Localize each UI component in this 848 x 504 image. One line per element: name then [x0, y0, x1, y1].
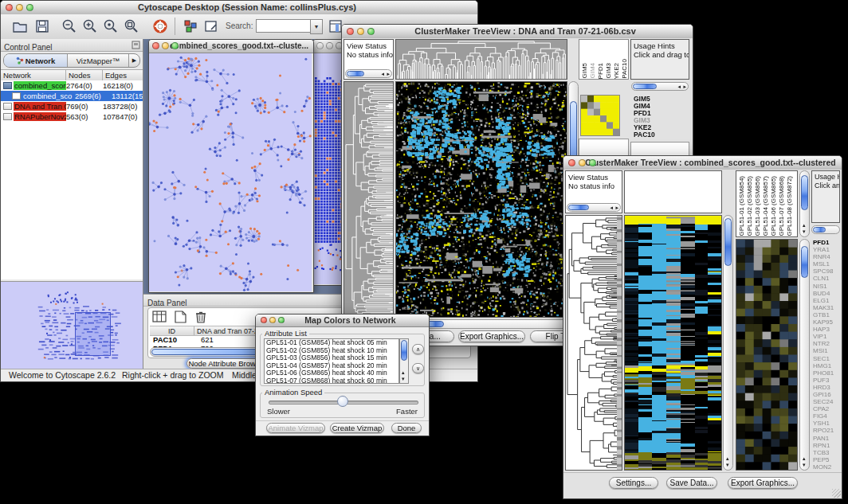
- scroll-thumb[interactable]: [568, 205, 589, 210]
- zoom-button[interactable]: [589, 159, 596, 166]
- gene-label[interactable]: PHO81: [811, 369, 840, 377]
- open-file-icon[interactable]: [12, 18, 28, 34]
- gene-label[interactable]: SEC1: [811, 355, 840, 362]
- gene-label[interactable]: YSH1: [811, 420, 840, 427]
- save-icon[interactable]: [34, 18, 50, 34]
- zoom-out-icon[interactable]: [61, 18, 77, 34]
- tab-vizmapper[interactable]: VizMapper™: [68, 54, 128, 67]
- zoom-fit-icon[interactable]: [124, 18, 139, 34]
- float-panel-icon[interactable]: [132, 41, 140, 49]
- column-label[interactable]: GPL51-03 (GSM856): [754, 176, 762, 236]
- speed-slider-thumb[interactable]: [337, 396, 348, 407]
- gene-label[interactable]: FIG4: [811, 412, 840, 420]
- gene-label[interactable]: VIP1: [811, 333, 840, 340]
- column-label[interactable]: PFD1: [597, 63, 604, 79]
- gene-label[interactable]: PEP5: [811, 456, 840, 463]
- attribute-listbox[interactable]: GPL51-01 (GSM854) heat shock 05 minGPL51…: [264, 338, 399, 384]
- gene-label[interactable]: MON2: [811, 463, 840, 471]
- view-status-scrollbar[interactable]: ◂▸: [567, 203, 621, 212]
- gene-label[interactable]: HMG1: [811, 362, 840, 369]
- column-label[interactable]: GPL51-01 (GSM854): [738, 176, 746, 236]
- treeview1-row-dendrogram[interactable]: [344, 81, 394, 318]
- gene-label[interactable]: GPI16: [811, 391, 840, 398]
- gene-label[interactable]: RPN1: [811, 442, 840, 449]
- gene-label[interactable]: PFD1: [811, 239, 840, 246]
- close-button[interactable]: [347, 28, 354, 35]
- new-document-icon[interactable]: [172, 310, 188, 324]
- treeview1-titlebar[interactable]: ClusterMaker TreeView : DNA and Tran 07-…: [342, 25, 693, 39]
- zoom-in-icon[interactable]: [82, 18, 98, 34]
- resize-grip[interactable]: [832, 489, 841, 498]
- row-label[interactable]: PAC10: [632, 131, 688, 139]
- scroll-thumb[interactable]: [801, 246, 808, 278]
- close-button[interactable]: [568, 159, 575, 166]
- network-list-row[interactable]: RNAPuberNov2+! 563(0) 107847(0): [1, 111, 143, 122]
- zoom-button[interactable]: [367, 28, 375, 35]
- col-edges[interactable]: Edges: [103, 70, 143, 80]
- search-input[interactable]: [256, 19, 315, 33]
- treeview2-row-dendrogram[interactable]: [565, 215, 622, 471]
- gene-label[interactable]: BUD4: [811, 290, 840, 297]
- column-label[interactable]: GPL51-07 (GSM868): [778, 176, 786, 236]
- treeview2-heatmap[interactable]: [624, 215, 722, 471]
- gene-label[interactable]: MAK31: [811, 304, 840, 311]
- gene-label[interactable]: YRA1: [811, 246, 840, 253]
- usage-hints-scrollbar[interactable]: [811, 225, 840, 234]
- gene-label[interactable]: RPO21: [811, 427, 840, 434]
- close-button[interactable]: [152, 42, 159, 49]
- gene-label[interactable]: NTR2: [811, 340, 840, 347]
- col-nodes[interactable]: Nodes: [66, 70, 103, 80]
- tab-network[interactable]: Network: [4, 54, 68, 67]
- gene-label[interactable]: KAP95: [811, 318, 840, 326]
- animate-vizmap-button[interactable]: Animate Vizmap: [266, 423, 325, 433]
- gene-label[interactable]: HAP3: [811, 326, 840, 333]
- export-graphics-button[interactable]: Export Graphics...: [458, 330, 525, 342]
- attribute-list-item[interactable]: GPL51-07 (GSM868) heat shock 60 min: [265, 377, 398, 385]
- gene-label[interactable]: NIS1: [811, 283, 840, 290]
- network-list-row[interactable]: DNA and Tran 07 769(0) 183728(0): [1, 101, 143, 111]
- close-button[interactable]: [316, 42, 324, 49]
- gene-label[interactable]: SEC24: [811, 398, 840, 405]
- minimize-button[interactable]: [579, 159, 586, 166]
- minimize-button[interactable]: [16, 4, 23, 11]
- main-titlebar[interactable]: Cytoscape Desktop (Session Name: collins…: [1, 1, 477, 15]
- view-status-scrollbar[interactable]: ◂▸: [345, 69, 392, 78]
- scroll-thumb[interactable]: [724, 218, 732, 266]
- table-icon[interactable]: [151, 310, 167, 324]
- treeview2-titlebar[interactable]: ClusterMaker TreeView : combined_scores_…: [563, 156, 842, 170]
- treeview1-zoom-heatmap[interactable]: [580, 95, 620, 136]
- treeview2-zoom-heatmap[interactable]: [736, 239, 798, 471]
- network-canvas[interactable]: [149, 53, 312, 291]
- attribute-list-scrollbar[interactable]: ▴▾: [399, 338, 409, 384]
- search-dropdown-arrow[interactable]: ▼: [310, 19, 323, 34]
- column-label[interactable]: GPL51-02 (GSM855): [746, 176, 754, 236]
- scroll-thumb[interactable]: [801, 175, 808, 210]
- settings-button[interactable]: Settings...: [609, 477, 658, 489]
- column-label[interactable]: GPL51-04 (GSM857): [762, 176, 770, 236]
- column-label[interactable]: GPL51-06 (GSM865): [770, 176, 778, 236]
- create-vizmap-button[interactable]: Create Vizmap: [330, 423, 384, 433]
- vizmap-icon[interactable]: [183, 18, 198, 34]
- gene-label[interactable]: PUF3: [811, 377, 840, 384]
- network-overview-canvas[interactable]: [1, 282, 141, 368]
- gene-label[interactable]: HRD3: [811, 384, 840, 391]
- close-button[interactable]: [261, 317, 267, 323]
- zoom-button[interactable]: [278, 317, 285, 323]
- network-list-row[interactable]: combined_scores_ 2764(0) 16218(0): [1, 80, 143, 91]
- col-network[interactable]: Network: [1, 70, 66, 80]
- column-label[interactable]: GIM4: [589, 63, 596, 79]
- treeview1-column-dendrogram[interactable]: [395, 39, 567, 80]
- treeview2-vscrollbar[interactable]: ▴▾: [723, 215, 733, 471]
- scroll-thumb[interactable]: [401, 340, 407, 361]
- labels-vscrollbar[interactable]: ▴▾: [799, 170, 810, 237]
- move-up-button[interactable]: ∧: [412, 344, 424, 354]
- annotation-icon[interactable]: [203, 18, 219, 34]
- scroll-thumb[interactable]: [347, 71, 364, 76]
- dialog-titlebar[interactable]: Map Colors to Network: [256, 315, 429, 327]
- gene-label[interactable]: SPC98: [811, 268, 840, 275]
- col-id[interactable]: ID: [150, 326, 194, 335]
- scroll-thumb[interactable]: [633, 84, 657, 89]
- zoom-selected-icon[interactable]: [103, 18, 119, 34]
- column-label[interactable]: YKE2: [613, 63, 620, 79]
- gene-label[interactable]: MSI1: [811, 347, 840, 354]
